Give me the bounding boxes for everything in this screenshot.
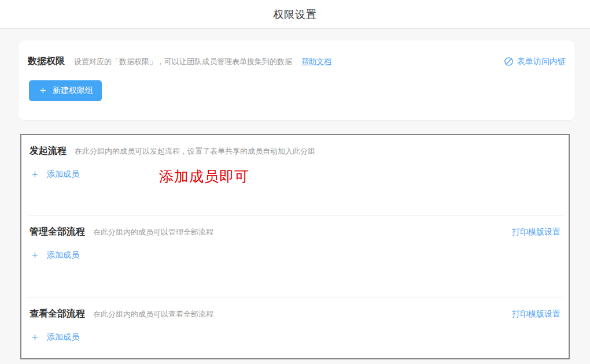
permission-groups-box: 发起流程 在此分组内的成员可以发起流程，设置了表单共享的成员自动加入此分组 ＋ … bbox=[20, 134, 570, 359]
print-template-settings-link[interactable]: 打印模版设置 bbox=[512, 227, 560, 237]
group-title: 查看全部流程 bbox=[30, 308, 85, 320]
data-permission-card: 数据权限 设置对应的「数据权限」，可以让团队成员管理表单搜集到的数据 帮助文档 … bbox=[19, 40, 575, 120]
new-permission-group-button[interactable]: ＋ 新建权限组 bbox=[29, 80, 102, 101]
form-access-label: 表单访问内链 bbox=[517, 57, 566, 67]
help-doc-link[interactable]: 帮助文档 bbox=[301, 57, 331, 67]
group-title: 管理全部流程 bbox=[30, 226, 85, 238]
add-member-label: 添加成员 bbox=[47, 169, 79, 180]
new-permission-group-label: 新建权限组 bbox=[53, 86, 93, 96]
link-icon bbox=[504, 57, 514, 66]
group-manage-all-flows: 管理全部流程 在此分组内的成员可以管理全部流程 打印模版设置 ＋ 添加成员 bbox=[21, 216, 569, 298]
group-description: 在此分组内的成员可以查看全部流程 bbox=[93, 309, 213, 320]
group-title: 发起流程 bbox=[30, 145, 67, 157]
card-head: 数据权限 设置对应的「数据权限」，可以让团队成员管理表单搜集到的数据 帮助文档 … bbox=[28, 55, 566, 68]
group-head: 管理全部流程 在此分组内的成员可以管理全部流程 打印模版设置 bbox=[30, 226, 560, 238]
page-title: 权限设置 bbox=[273, 8, 317, 21]
plus-icon: ＋ bbox=[30, 169, 40, 179]
add-member-button[interactable]: ＋ 添加成员 bbox=[30, 169, 79, 180]
group-head: 发起流程 在此分组内的成员可以发起流程，设置了表单共享的成员自动加入此分组 bbox=[30, 145, 560, 157]
card-description: 设置对应的「数据权限」，可以让团队成员管理表单搜集到的数据 bbox=[74, 57, 292, 67]
group-head: 查看全部流程 在此分组内的成员可以查看全部流程 打印模版设置 bbox=[30, 308, 560, 320]
add-member-label: 添加成员 bbox=[47, 250, 79, 261]
print-template-settings-link[interactable]: 打印模版设置 bbox=[512, 309, 560, 320]
red-annotation-text: 添加成员即可 bbox=[159, 167, 249, 186]
add-member-label: 添加成员 bbox=[47, 332, 79, 343]
card-title: 数据权限 bbox=[28, 55, 65, 68]
plus-icon: ＋ bbox=[30, 332, 40, 342]
plus-icon: ＋ bbox=[30, 250, 40, 260]
plus-icon: ＋ bbox=[38, 85, 48, 95]
group-description: 在此分组内的成员可以发起流程，设置了表单共享的成员自动加入此分组 bbox=[75, 146, 315, 157]
group-view-all-flows: 查看全部流程 在此分组内的成员可以查看全部流程 打印模版设置 ＋ 添加成员 bbox=[21, 298, 569, 358]
add-member-button[interactable]: ＋ 添加成员 bbox=[30, 250, 79, 261]
group-description: 在此分组内的成员可以管理全部流程 bbox=[93, 227, 213, 237]
page-header: 权限设置 bbox=[0, 0, 590, 29]
form-access-link[interactable]: 表单访问内链 bbox=[504, 57, 566, 67]
add-member-button[interactable]: ＋ 添加成员 bbox=[30, 332, 79, 343]
group-initiate-flow: 发起流程 在此分组内的成员可以发起流程，设置了表单共享的成员自动加入此分组 ＋ … bbox=[21, 135, 569, 216]
